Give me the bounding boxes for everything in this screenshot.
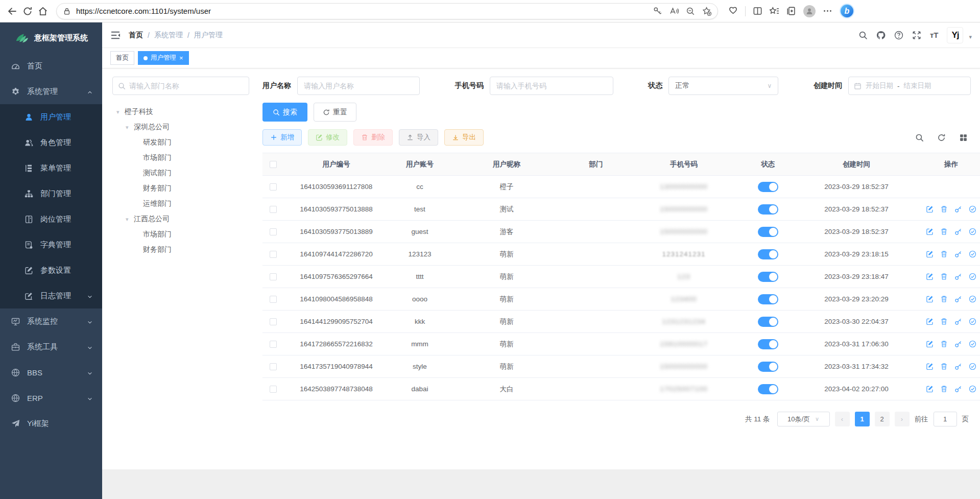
row-assign-role-icon[interactable] (969, 228, 976, 235)
browser-back-icon[interactable] (7, 6, 17, 16)
page-size-select[interactable]: 10条/页 ∨ (777, 412, 830, 426)
row-delete-icon[interactable] (940, 205, 948, 213)
status-toggle[interactable] (758, 272, 778, 282)
row-edit-icon[interactable] (926, 250, 934, 258)
caret-down-icon[interactable]: ▾ (126, 216, 134, 223)
help-icon[interactable] (894, 31, 903, 40)
tree-node[interactable]: 财务部门 (112, 242, 249, 257)
row-delete-icon[interactable] (940, 363, 948, 370)
date-range-picker[interactable]: 开始日期 - 结束日期 (848, 77, 971, 95)
password-key-icon[interactable] (653, 7, 662, 16)
status-toggle[interactable] (758, 294, 778, 304)
sidebar-item-post[interactable]: 岗位管理 (0, 206, 102, 232)
row-delete-icon[interactable] (940, 273, 948, 280)
sidebar-item-role[interactable]: 角色管理 (0, 130, 102, 155)
sidebar-item-dept[interactable]: 部门管理 (0, 181, 102, 206)
row-delete-icon[interactable] (940, 385, 948, 393)
tree-node[interactable]: 财务部门 (112, 181, 249, 196)
row-delete-icon[interactable] (940, 228, 948, 235)
row-reset-password-icon[interactable] (954, 340, 962, 348)
sidebar-item-home[interactable]: 首页 (0, 53, 102, 79)
sidebar-item-erp[interactable]: ERP (0, 385, 102, 411)
sidebar-item-user[interactable]: 用户管理 (0, 104, 102, 130)
copilot-icon[interactable]: b (840, 4, 854, 18)
font-size-icon[interactable]: тT (930, 31, 939, 39)
row-edit-icon[interactable] (926, 385, 934, 393)
row-checkbox[interactable] (270, 251, 277, 258)
github-icon[interactable] (876, 31, 886, 40)
row-reset-password-icon[interactable] (954, 318, 962, 325)
sidebar-collapse-icon[interactable] (110, 30, 121, 40)
sidebar-item-param[interactable]: 参数设置 (0, 257, 102, 283)
row-edit-icon[interactable] (926, 363, 934, 370)
browser-essentials-icon[interactable] (728, 6, 738, 16)
column-settings-icon[interactable] (959, 133, 968, 142)
row-assign-role-icon[interactable] (969, 363, 976, 370)
close-icon[interactable]: × (179, 55, 183, 61)
status-toggle[interactable] (758, 204, 778, 215)
browser-menu-icon[interactable] (823, 6, 832, 16)
tree-node[interactable]: 研发部门 (112, 135, 249, 150)
collections-icon[interactable] (786, 6, 796, 16)
row-checkbox[interactable] (270, 183, 277, 191)
dept-search-box[interactable] (112, 77, 249, 95)
row-reset-password-icon[interactable] (954, 385, 962, 393)
row-reset-password-icon[interactable] (954, 273, 962, 280)
status-toggle[interactable] (758, 362, 778, 372)
row-reset-password-icon[interactable] (954, 295, 962, 303)
row-edit-icon[interactable] (926, 205, 934, 213)
reset-button[interactable]: 重置 (314, 103, 356, 122)
tree-node[interactable]: ▾橙子科技 (112, 104, 249, 120)
refresh-table-icon[interactable] (937, 133, 946, 142)
status-select[interactable]: 正常 ∨ (668, 77, 778, 95)
row-delete-icon[interactable] (940, 250, 948, 258)
address-bar[interactable]: https://ccnetcore.com:1101/system/user (56, 3, 718, 19)
status-toggle[interactable] (758, 227, 778, 237)
delete-button[interactable]: 删除 (353, 129, 393, 146)
username-input[interactable] (297, 77, 420, 95)
read-aloud-icon[interactable] (670, 7, 679, 16)
avatar-caret-icon[interactable]: ▾ (969, 34, 972, 40)
zoom-out-icon[interactable] (686, 7, 695, 16)
tab-home[interactable]: 首页 (110, 51, 134, 65)
row-edit-icon[interactable] (926, 340, 934, 348)
page-button-1[interactable]: 1 (855, 412, 870, 426)
tree-node[interactable]: 测试部门 (112, 165, 249, 181)
sidebar-item-log[interactable]: 日志管理 (0, 283, 102, 308)
browser-profile-avatar[interactable] (803, 5, 816, 17)
breadcrumb-home[interactable]: 首页 (129, 31, 143, 40)
status-toggle[interactable] (758, 339, 778, 349)
status-toggle[interactable] (758, 384, 778, 394)
export-button[interactable]: 导出 (444, 129, 484, 146)
import-button[interactable]: 导入 (399, 129, 438, 146)
row-reset-password-icon[interactable] (954, 205, 962, 213)
tree-node[interactable]: 市场部门 (112, 150, 249, 165)
next-page-button[interactable]: › (895, 412, 910, 426)
row-checkbox[interactable] (270, 296, 277, 303)
row-checkbox[interactable] (270, 386, 277, 393)
favorites-icon[interactable] (770, 6, 779, 16)
tree-node[interactable]: ▾深圳总公司 (112, 120, 249, 135)
fullscreen-icon[interactable] (912, 31, 921, 40)
browser-refresh-icon[interactable] (22, 6, 33, 16)
row-edit-icon[interactable] (926, 295, 934, 303)
row-delete-icon[interactable] (940, 340, 948, 348)
row-checkbox[interactable] (270, 228, 277, 235)
row-assign-role-icon[interactable] (969, 205, 976, 213)
row-edit-icon[interactable] (926, 318, 934, 325)
page-button-2[interactable]: 2 (875, 412, 890, 426)
browser-home-icon[interactable] (38, 6, 48, 16)
caret-down-icon[interactable]: ▾ (126, 124, 134, 131)
dept-search-input[interactable] (129, 82, 244, 90)
row-assign-role-icon[interactable] (969, 318, 976, 325)
sidebar-item-bbs[interactable]: BBS (0, 360, 102, 385)
status-toggle[interactable] (758, 317, 778, 327)
row-assign-role-icon[interactable] (969, 385, 976, 393)
row-assign-role-icon[interactable] (969, 340, 976, 348)
status-toggle[interactable] (758, 249, 778, 259)
row-checkbox[interactable] (270, 363, 277, 370)
sidebar-item-tools[interactable]: 系统工具 (0, 334, 102, 360)
row-reset-password-icon[interactable] (954, 363, 962, 370)
row-reset-password-icon[interactable] (954, 228, 962, 235)
tree-node[interactable]: 市场部门 (112, 227, 249, 242)
